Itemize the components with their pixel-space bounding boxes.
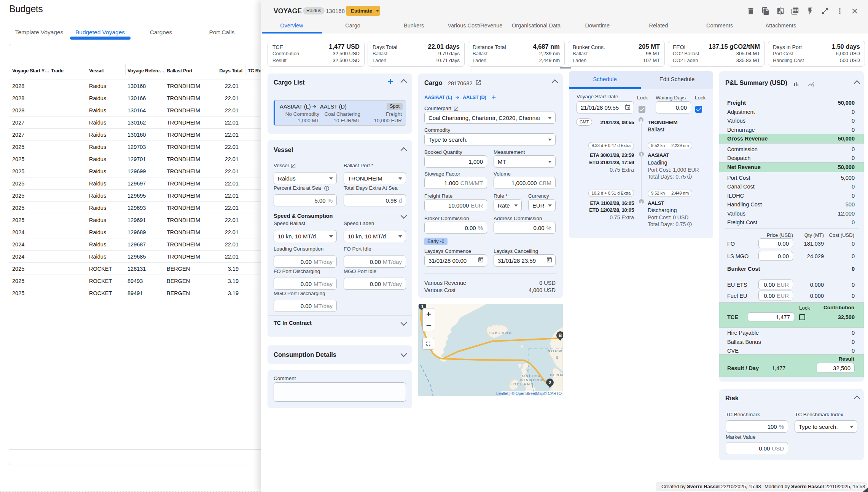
- svg-text:KINGDOM: KINGDOM: [520, 378, 544, 382]
- svg-text:S: S: [556, 355, 559, 359]
- svg-text:ICELAND: ICELAND: [489, 331, 513, 335]
- svg-text:2: 2: [549, 380, 551, 385]
- svg-text:DENM: DENM: [550, 373, 563, 377]
- svg-text:UNITED: UNITED: [522, 374, 541, 378]
- svg-text:NORWA: NORWA: [548, 349, 563, 353]
- svg-text:IRELAND: IRELAND: [511, 382, 534, 386]
- svg-text:Leaflet | © OpenStreetMap© CAR: Leaflet | © OpenStreetMap© CARTO: [496, 391, 562, 396]
- svg-text:B: B: [559, 333, 562, 338]
